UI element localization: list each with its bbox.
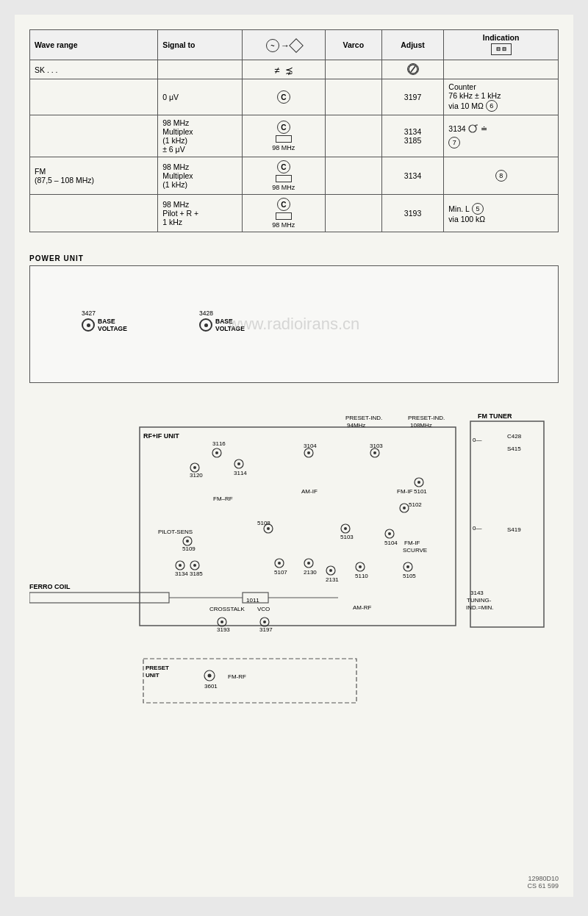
label-3601: 3601 [204, 683, 218, 690]
fm-if-scurve-label2: SCURVE [403, 547, 427, 554]
adjust-3134-1: 3134 [387, 127, 440, 136]
col-indication: Indication ⊟ ⊟ [444, 30, 559, 60]
trimmer-dot-5108 [267, 527, 270, 530]
ferro-coil-box [29, 593, 169, 603]
generator-symbol: ~ [266, 39, 279, 52]
indication-counter: Counter76 kHz ± 1 kHz via 10 MΩ 6 [444, 79, 559, 115]
trimmer-dot-3103 [373, 451, 376, 454]
label-5103: 5103 [340, 534, 354, 540]
fm-tuner-box [470, 421, 544, 627]
rf-if-box [140, 427, 456, 626]
watermark: www.radioirans.cn [229, 315, 360, 334]
label-2131: 2131 [326, 576, 339, 583]
label-3185-c: 3185 [190, 570, 203, 577]
diamond-symbol [289, 38, 304, 53]
adjust-3197: 3197 [381, 79, 444, 115]
trimmer-dot-3197 [263, 620, 266, 623]
circuit-diagram-svg: FM TUNER C428 0— S415 0— S419 RF+IF UNIT… [29, 405, 559, 721]
varco-c-symbol: C [277, 160, 290, 173]
label-5110: 5110 [355, 573, 368, 579]
trimmer-code-3427: 3427 [82, 309, 96, 317]
fm-tuner-label: FM TUNER [478, 412, 512, 420]
s415-label: S415 [507, 446, 521, 452]
ind-num-7: 7 [448, 137, 460, 149]
trimmer-label-3428: BASEVOLTAGE [215, 318, 245, 332]
trimmer-3428: 3428 BASEVOLTAGE [199, 318, 245, 332]
fm-rf-preset-label: FM-RF [228, 673, 246, 680]
label-3134-c: 3134 [175, 570, 188, 577]
table-row: 0 μV C 3197 Counter76 kHz ± 1 kHz via 10… [30, 79, 559, 115]
label-5101: 5101 [414, 488, 427, 495]
col-adjust: Adjust [381, 30, 444, 60]
pilot-sens-label: PILOT-SENS [158, 529, 193, 535]
varco-rect-symbol [276, 175, 292, 182]
preset-unit-box [143, 659, 356, 703]
indication-min-l: Min. L 5 via 100 kΩ [444, 195, 559, 232]
col-wave-range: Wave range [30, 30, 158, 60]
trimmer-dot-3104 [307, 451, 310, 454]
adjust-symbol [407, 63, 419, 75]
preset-ind-108-freq: 108MHz [410, 422, 432, 429]
indication-symbol: ⊟ ⊟ [491, 43, 512, 55]
adjust-3185: 3185 [387, 136, 440, 145]
label-5107: 5107 [274, 569, 287, 576]
trimmer-dot-5110 [359, 565, 362, 568]
circuit-section: FM TUNER C428 0— S415 0— S419 RF+IF UNIT… [29, 405, 559, 721]
trimmer-dot-5107 [278, 562, 281, 565]
s419-label: S419 [507, 526, 521, 533]
vco-label: VCO [257, 606, 270, 612]
trimmer-dot-5104 [388, 532, 391, 535]
label-2130: 2130 [304, 569, 317, 576]
label-3103: 3103 [370, 443, 383, 449]
varco-ne-symbol: ≠ ⋨ [274, 65, 293, 76]
label-3120: 3120 [190, 472, 203, 479]
power-unit-box: www.radioirans.cn 3427 BASEVOLTAGE 3428 [29, 265, 559, 383]
doc-number: 12980D10 [527, 875, 559, 882]
preset-unit-label2: UNIT [146, 672, 159, 679]
trimmer-dot-3114 [237, 462, 240, 465]
trimmer-dot-2131 [329, 569, 332, 572]
indication-3134: 3134 ≐ [448, 124, 553, 134]
product-ref: CS 61 599 [527, 882, 559, 890]
page-footer: 12980D10 CS 61 599 [527, 875, 559, 890]
trimmer-dot-3134 [179, 564, 182, 567]
am-rf-label: AM-RF [353, 604, 371, 611]
label-3143-text: 3143 [470, 590, 484, 596]
label-1011: 1011 [246, 597, 259, 604]
trimmer-circle-3427 [82, 318, 95, 332]
label-5105: 5105 [403, 573, 416, 579]
trimmer-code-3428: 3428 [199, 309, 213, 317]
trimmer-dot-5103 [344, 527, 347, 530]
preset-unit-label: PRESET [146, 665, 169, 671]
trimmer-label-3427: BASEVOLTAGE [98, 318, 127, 332]
varco-rect-symbol [276, 135, 292, 143]
label-5109: 5109 [182, 545, 196, 552]
ferro-coil-label: FERRO COIL [29, 583, 71, 590]
trimmer-dot-5102 [403, 507, 406, 509]
signal-98mhz-pilot: 98 MHzPilot + R +1 kHz [158, 195, 243, 232]
signal-98mhz-1: 98 MHzMultiplex(1 kHz)± 6 μV [158, 115, 243, 157]
fm-if-label: FM-IF [397, 488, 412, 495]
varco-c-symbol: C [277, 90, 290, 104]
power-unit-label: POWER UNIT [29, 254, 559, 262]
trimmer-dot-2130 [307, 562, 310, 565]
trimmer-dot-3120 [193, 466, 196, 469]
col-signal-to: Signal to [158, 30, 243, 60]
trimmer-dot-3116 [215, 451, 218, 454]
crosstalk-label: CROSSTALK [209, 606, 245, 612]
ind-num-6: 6 [486, 100, 498, 112]
trimmer-dot-3193 [220, 620, 223, 623]
trimmer-dot-5101 [417, 481, 420, 484]
trimmer-dot-5105 [406, 565, 409, 568]
sk-label: SK . . . [30, 60, 158, 79]
zero-2: 0— [473, 525, 481, 532]
label-3116: 3116 [212, 440, 226, 447]
tuning-ind-label: TUNING- [467, 597, 492, 604]
table-row: 98 MHzPilot + R +1 kHz C 98 MHz 3193 Min… [30, 195, 559, 232]
label-3104: 3104 [304, 443, 317, 449]
preset-ind-94-label: PRESET-IND. [345, 415, 382, 421]
signal-0uv: 0 μV [158, 79, 243, 115]
trimmer-dot-3601 [208, 674, 212, 678]
varco-freq-3: 98 MHz [272, 221, 295, 229]
varco-c-symbol: C [277, 121, 290, 134]
